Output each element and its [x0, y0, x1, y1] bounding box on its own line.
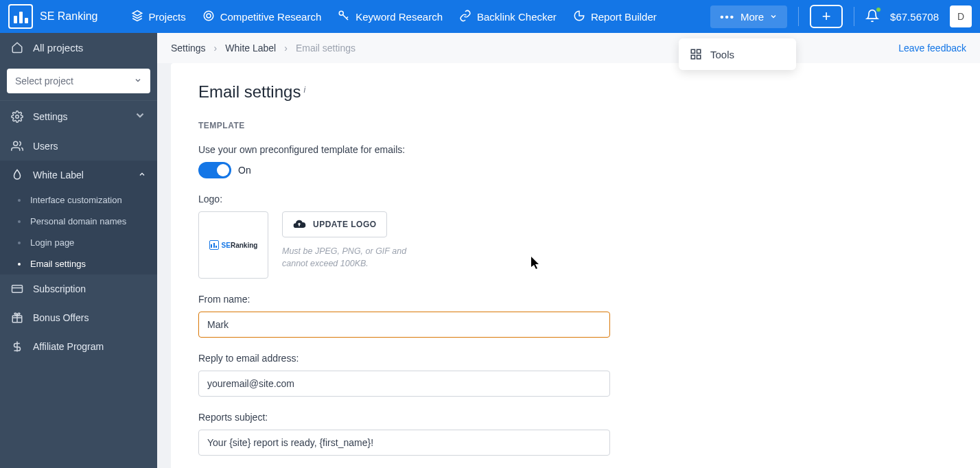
crumb-current: Email settings	[296, 43, 355, 54]
sidebar: All projects Select project Settings Use…	[0, 33, 157, 468]
nav-right: ••• More + $67.56708 D	[710, 5, 972, 28]
update-logo-button[interactable]: UPDATE LOGO	[282, 211, 387, 237]
reports-subject-label: Reports subject:	[198, 412, 610, 423]
dollar-icon	[11, 340, 23, 353]
chevron-right-icon: ›	[284, 43, 288, 54]
credit-card-icon	[11, 283, 23, 295]
drop-icon	[11, 169, 23, 181]
toggle-state-label: On	[238, 165, 251, 176]
leave-feedback-link[interactable]: Leave feedback	[898, 43, 966, 54]
logo-mini: SERanking	[209, 240, 258, 250]
nav-backlink-checker[interactable]: Backlink Checker	[459, 10, 557, 24]
reply-to-input[interactable]	[198, 371, 610, 397]
divider	[854, 7, 854, 26]
logo-preview: SERanking	[198, 211, 268, 279]
svg-point-4	[14, 141, 18, 145]
crumb-settings[interactable]: Settings	[171, 43, 206, 54]
svg-point-3	[16, 115, 19, 118]
pie-chart-icon	[573, 10, 585, 24]
plus-icon: +	[822, 8, 831, 25]
svg-point-0	[204, 11, 213, 21]
sidebar-all-projects[interactable]: All projects	[0, 33, 157, 62]
chevron-down-icon	[769, 11, 778, 23]
breadcrumb-row: Settings › White Label › Email settings …	[157, 33, 980, 63]
gear-icon	[11, 110, 23, 123]
svg-rect-8	[697, 49, 701, 53]
sidebar-sub-login-page[interactable]: Login page	[0, 232, 157, 253]
target-icon	[202, 10, 215, 24]
grid-icon	[690, 48, 702, 60]
users-icon	[11, 140, 23, 152]
chevron-down-icon	[134, 109, 146, 124]
notification-dot-icon	[876, 7, 881, 12]
home-icon	[11, 41, 23, 54]
nav-keyword-research[interactable]: Keyword Research	[338, 10, 443, 24]
add-button[interactable]: +	[810, 5, 843, 28]
chevron-up-icon	[138, 169, 146, 180]
sidebar-subscription[interactable]: Subscription	[0, 274, 157, 303]
content: Email settings i TEMPLATE Use your own p…	[171, 63, 980, 468]
sidebar-white-label-group: White Label Interface customization Pers…	[0, 161, 157, 274]
sidebar-sub-email-settings[interactable]: Email settings	[0, 253, 157, 274]
breadcrumb: Settings › White Label › Email settings	[171, 43, 355, 54]
sidebar-affiliate[interactable]: Affiliate Program	[0, 332, 157, 361]
key-icon	[338, 10, 350, 24]
sidebar-white-label[interactable]: White Label	[0, 161, 157, 189]
divider	[798, 7, 799, 26]
svg-rect-10	[697, 56, 701, 59]
notifications[interactable]	[865, 9, 879, 25]
reports-subject-input[interactable]	[198, 430, 610, 456]
gift-icon	[11, 312, 23, 324]
info-icon[interactable]: i	[303, 85, 305, 95]
nav-items: Projects Competitive Research Keyword Re…	[131, 10, 657, 24]
main-area: Tools Settings › White Label › Email set…	[157, 33, 980, 468]
chevron-down-icon	[134, 75, 142, 86]
template-toggle-desc: Use your own preconfigured template for …	[198, 144, 610, 155]
link-icon	[459, 10, 471, 24]
sidebar-settings[interactable]: Settings	[0, 101, 157, 132]
svg-point-1	[207, 14, 211, 18]
logo-hint: Must be JPEG, PNG, or GIF and cannot exc…	[282, 246, 433, 270]
crumb-white-label[interactable]: White Label	[225, 43, 276, 54]
nav-projects[interactable]: Projects	[131, 10, 186, 24]
sidebar-users[interactable]: Users	[0, 132, 157, 161]
reply-to-label: Reply to email address:	[198, 353, 610, 364]
logo-label: Logo:	[198, 194, 610, 204]
svg-rect-5	[12, 285, 23, 293]
cloud-upload-icon	[292, 218, 306, 231]
nav-more[interactable]: ••• More	[710, 5, 787, 28]
top-nav: SE Ranking Projects Competitive Research…	[0, 0, 980, 33]
nav-competitive-research[interactable]: Competitive Research	[202, 10, 322, 24]
sidebar-sub-personal-domain-names[interactable]: Personal domain names	[0, 211, 157, 232]
chevron-right-icon: ›	[214, 43, 218, 54]
account-balance[interactable]: $67.56708	[890, 11, 939, 23]
from-name-input[interactable]	[198, 312, 610, 338]
dots-icon: •••	[720, 11, 735, 23]
from-name-label: From name:	[198, 294, 610, 305]
project-selector[interactable]: Select project	[7, 69, 150, 93]
svg-rect-7	[691, 49, 695, 53]
brand-logo-icon	[8, 4, 33, 29]
tools-popover[interactable]: Tools	[679, 38, 796, 70]
sidebar-bonus-offers[interactable]: Bonus Offers	[0, 303, 157, 332]
section-label-template: TEMPLATE	[198, 121, 953, 130]
template-toggle[interactable]	[198, 162, 231, 178]
page-title: Email settings i	[198, 82, 953, 102]
brand[interactable]: SE Ranking	[8, 4, 98, 29]
layers-icon	[131, 10, 143, 24]
logo-mark-icon	[209, 240, 219, 250]
svg-point-2	[340, 11, 344, 15]
brand-name: SE Ranking	[40, 10, 98, 23]
svg-rect-9	[691, 56, 695, 59]
sidebar-sub-interface-customization[interactable]: Interface customization	[0, 189, 157, 211]
nav-report-builder[interactable]: Report Builder	[573, 10, 657, 24]
user-avatar[interactable]: D	[950, 5, 972, 27]
